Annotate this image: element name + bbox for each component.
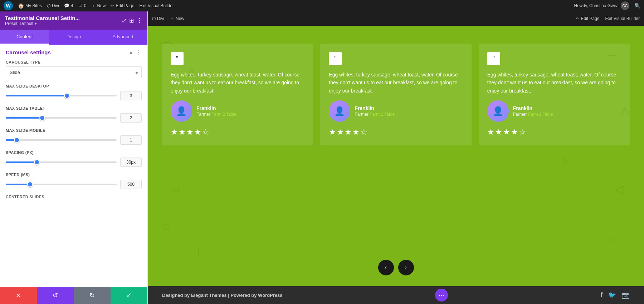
max-desktop-thumb[interactable]	[64, 93, 70, 99]
max-mobile-label: Max Slide Mobile	[6, 128, 142, 133]
max-desktop-fill	[6, 95, 67, 96]
max-desktop-label: Max Slide Desktop	[6, 84, 142, 88]
undo-button[interactable]: ↺	[37, 287, 74, 304]
collapse-icon[interactable]: ▲	[128, 49, 134, 56]
carousel-next-button[interactable]: ›	[398, 260, 414, 275]
new-content-button[interactable]: ＋ New	[91, 3, 106, 9]
author-link-1[interactable]: Farm 2 Table	[211, 112, 236, 117]
divi-star-icon: ⬡	[152, 16, 156, 21]
preset-selector[interactable]: Preset: Default ▾	[5, 21, 80, 26]
max-desktop-value[interactable]: 3	[120, 91, 142, 100]
wp-admin-bar: W 🏠 My Sites ⬡ Divi 💬 4 🗨 0 ＋ New ✏ Edit…	[0, 0, 644, 11]
max-tablet-label: Max Slide Tablet	[6, 106, 142, 110]
more-options-icon[interactable]: ⋮	[137, 17, 142, 24]
carousel-settings-section: Carousel settings ▲ ⋮ Carousel Type Slid…	[0, 45, 147, 209]
cancel-button[interactable]: ✕	[0, 287, 37, 304]
divi-logo-item[interactable]: ⬡ Divi	[152, 16, 164, 21]
chevron-left-icon: ‹	[385, 264, 387, 271]
divi-pencil-icon: ✏	[576, 16, 579, 21]
author-name-3: Franklin	[513, 105, 553, 111]
spacing-track	[6, 161, 117, 163]
spacing-fill	[6, 161, 37, 163]
max-desktop-track	[6, 95, 117, 96]
user-menu[interactable]: Howdy, Christina Gwira CG	[574, 1, 629, 10]
max-tablet-track	[6, 117, 117, 119]
cancel-icon: ✕	[16, 291, 21, 299]
max-tablet-value[interactable]: 2	[120, 113, 142, 123]
speed-value[interactable]: 500	[120, 180, 142, 189]
author-link-2[interactable]: Farm 2 Table	[370, 112, 395, 117]
divi-plus-icon: ＋	[170, 16, 174, 22]
my-sites-menu[interactable]: 🏠 My Sites	[18, 3, 42, 9]
home-icon: 🏠	[18, 3, 24, 9]
section-actions: ▲ ⋮	[128, 49, 142, 56]
footer-divi-button[interactable]: ⋯	[435, 289, 448, 301]
author-role-1: Farmer Farm 2 Table	[196, 112, 236, 117]
divi-menu[interactable]: ⬡ Divi	[47, 3, 59, 8]
author-name-1: Franklin	[196, 105, 236, 111]
quote-icon-3: "	[487, 52, 500, 65]
divi-new-button[interactable]: ＋ New	[170, 16, 184, 22]
max-tablet-thumb[interactable]	[39, 115, 45, 121]
max-mobile-thumb[interactable]	[14, 137, 20, 143]
testimonial-card-3: " Egg whites, turkey sausage, wheat toas…	[479, 44, 630, 145]
avatar-image-1: 👤	[171, 100, 192, 122]
author-link-3[interactable]: Farm 2 Table	[528, 112, 553, 117]
testimonial-card-2: " Egg whites, turkey sausage, wheat toas…	[320, 44, 471, 145]
carousel-type-label: Carousel Type	[6, 60, 142, 64]
max-mobile-value[interactable]: 1	[120, 135, 142, 145]
chat-icon: 💬	[64, 3, 69, 8]
author-info-1: Franklin Farmer Farm 2 Table	[196, 105, 236, 117]
divi-edit-page[interactable]: ✏ Edit Page	[576, 16, 599, 21]
footer-credit: Designed by Elegant Themes | Powered by …	[162, 293, 283, 298]
user-avatar: CG	[621, 1, 629, 10]
pencil-icon: ✏	[111, 3, 114, 8]
undo-icon: ↺	[53, 291, 58, 299]
testimonial-text-2: Egg whites, turkey sausage, wheat toast,…	[329, 71, 463, 95]
avatar-image-3: 👤	[487, 100, 509, 122]
spacing-value[interactable]: 30px	[120, 158, 142, 167]
fullscreen-icon[interactable]: ⤢	[122, 17, 126, 24]
plus-icon: ＋	[91, 3, 96, 9]
save-icon: ✓	[126, 291, 132, 299]
carousel-type-select[interactable]: Slide Fade Coverflow	[6, 66, 142, 78]
redo-button[interactable]: ↻	[74, 287, 111, 304]
wordpress-logo-icon[interactable]: W	[4, 1, 13, 10]
exit-builder-button[interactable]: Exit Visual Builder	[139, 3, 174, 8]
grid-icon[interactable]: ⊞	[129, 17, 134, 24]
facebook-icon[interactable]: f	[601, 291, 602, 299]
tab-content[interactable]: Content	[0, 30, 49, 45]
speed-fill	[6, 184, 30, 185]
comments-count[interactable]: 💬 4	[64, 3, 73, 8]
title-area: Testimonial Carousel Settin... Preset: D…	[5, 15, 80, 26]
tab-advanced[interactable]: Advanced	[98, 30, 147, 45]
spacing-setting: Spacing (px) 30px	[6, 150, 142, 167]
instagram-icon[interactable]: 📷	[622, 291, 630, 299]
author-avatar-1: 👤	[171, 100, 192, 122]
tab-design[interactable]: Design	[49, 30, 98, 45]
divi-exit-builder[interactable]: Exit Visual Builder	[605, 16, 640, 21]
section-more-icon[interactable]: ⋮	[136, 49, 142, 56]
stars-2: ★★★★☆	[329, 128, 463, 137]
testimonial-card-1: " Egg whites, turkey sausage, wheat toas…	[162, 44, 313, 145]
edit-page-button[interactable]: ✏ Edit Page	[111, 3, 134, 8]
tab-bar: Content Design Advanced	[0, 30, 147, 45]
author-info-2: Franklin Farmer Farm 2 Table	[355, 105, 395, 117]
comment-icon: 🗨	[78, 3, 83, 8]
carousel-cards-container: " Egg whites, turkey sausage, wheat toas…	[148, 26, 644, 260]
centered-slides-label: Centered Slides	[6, 195, 142, 199]
carousel-type-select-wrapper: Slide Fade Coverflow	[6, 66, 142, 78]
save-button[interactable]: ✓	[111, 287, 147, 304]
stars-1: ★★★★☆	[171, 128, 304, 137]
author-avatar-3: 👤	[487, 100, 509, 122]
comment-zero[interactable]: 🗨 0	[78, 3, 87, 8]
carousel-preview-area: ⌒ △ ○ ◇ | ⌒ △ ◁ ○ ⌒ ▷ " Egg whites, turk…	[148, 26, 644, 286]
spacing-thumb[interactable]	[34, 159, 40, 165]
speed-thumb[interactable]	[27, 181, 33, 187]
search-icon[interactable]: 🔍	[634, 3, 640, 9]
carousel-prev-button[interactable]: ‹	[378, 260, 394, 275]
bottom-action-bar: ✕ ↺ ↻ ✓	[0, 287, 147, 304]
footer-dots-icon: ⋯	[439, 292, 444, 299]
twitter-icon[interactable]: 🐦	[608, 291, 616, 299]
site-footer: Designed by Elegant Themes | Powered by …	[148, 286, 644, 304]
